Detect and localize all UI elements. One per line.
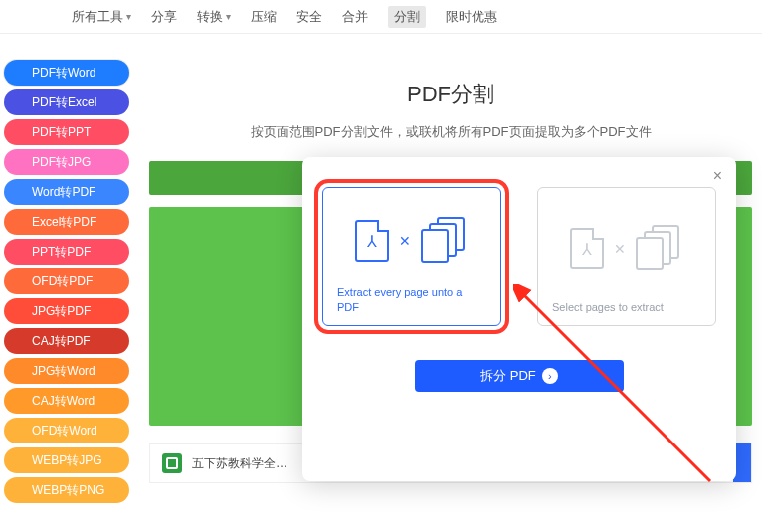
sidebar-item-11[interactable]: CAJ转Word (4, 388, 129, 414)
tool-icon (13, 454, 25, 466)
sidebar-item-label: PDF转Excel (32, 94, 96, 111)
split-pdf-button[interactable]: 拆分 PDF › (415, 360, 624, 392)
sidebar-item-3[interactable]: PDF转JPG (4, 149, 129, 175)
tool-icon (13, 335, 25, 347)
sidebar-item-9[interactable]: CAJ转PDF (4, 328, 129, 354)
x-icon: ✕ (399, 233, 411, 249)
sidebar-item-label: WEBP转PNG (32, 482, 104, 499)
file-icon (162, 453, 182, 473)
tool-icon (13, 395, 25, 407)
sidebar-item-label: PDF转JPG (32, 154, 91, 171)
option-label: Extract every page unto a PDF (337, 285, 486, 315)
file-name: 五下苏教科学全… (192, 455, 287, 472)
sidebar-item-7[interactable]: OFD转PDF (4, 268, 129, 294)
nav-compress[interactable]: 压缩 (251, 8, 277, 26)
tool-icon (13, 305, 25, 317)
tool-icon (13, 484, 25, 496)
split-modal: × ⅄ ✕ Extract every page unto a PDF ⅄ ✕ … (302, 157, 736, 481)
sidebar-item-12[interactable]: OFD转Word (4, 418, 129, 443)
nav-security[interactable]: 安全 (296, 8, 322, 26)
sidebar-item-0[interactable]: PDF转Word (4, 60, 129, 86)
sidebar-item-14[interactable]: WEBP转PNG (4, 477, 129, 503)
sidebar-item-label: CAJ转Word (32, 393, 95, 410)
option-extract-every-page[interactable]: ⅄ ✕ Extract every page unto a PDF (322, 187, 501, 326)
nav-promo[interactable]: 限时优惠 (446, 8, 497, 26)
nav-convert[interactable]: 转换▾ (197, 8, 231, 26)
sidebar-item-label: JPG转PDF (32, 303, 91, 320)
sidebar-item-4[interactable]: Word转PDF (4, 179, 129, 205)
tool-icon (13, 216, 25, 228)
sidebar-item-label: PDF转Word (32, 65, 95, 82)
tool-icon (13, 156, 25, 168)
tool-icon (13, 126, 25, 138)
sidebar-item-5[interactable]: Excel转PDF (4, 209, 129, 235)
sidebar-item-13[interactable]: WEBP转JPG (4, 447, 129, 473)
nav-merge[interactable]: 合并 (342, 8, 368, 26)
sidebar-item-label: PPT转PDF (32, 244, 91, 261)
top-nav: 所有工具▾ 分享 转换▾ 压缩 安全 合并 分割 限时优惠 (0, 0, 762, 34)
nav-all-tools[interactable]: 所有工具▾ (72, 8, 131, 26)
nav-share[interactable]: 分享 (151, 8, 177, 26)
x-icon: ✕ (614, 241, 626, 257)
sidebar-item-label: OFD转Word (32, 423, 97, 440)
sidebar-item-1[interactable]: PDF转Excel (4, 89, 129, 115)
sidebar-item-label: PDF转PPT (32, 124, 91, 141)
sidebar: PDF转WordPDF转ExcelPDF转PPTPDF转JPGWord转PDFE… (4, 60, 129, 507)
tool-icon (13, 96, 25, 108)
chevron-down-icon: ▾ (226, 11, 231, 22)
sidebar-item-label: OFD转PDF (32, 273, 93, 290)
page-subtitle: 按页面范围PDF分割文件，或联机将所有PDF页面提取为多个PDF文件 (149, 123, 752, 141)
nav-split[interactable]: 分割 (388, 6, 426, 28)
tool-icon (13, 246, 25, 258)
sidebar-item-label: WEBP转JPG (32, 452, 102, 469)
sidebar-item-label: Excel转PDF (32, 214, 96, 231)
chevron-down-icon: ▾ (126, 11, 131, 22)
sidebar-item-10[interactable]: JPG转Word (4, 358, 129, 384)
option-label: Select pages to extract (552, 300, 701, 315)
sidebar-item-2[interactable]: PDF转PPT (4, 119, 129, 145)
sidebar-item-label: CAJ转PDF (32, 333, 91, 350)
tool-icon (13, 186, 25, 198)
close-icon[interactable]: × (713, 167, 722, 185)
tool-icon (13, 275, 25, 287)
tool-icon (13, 67, 25, 79)
arrow-right-icon: › (542, 368, 558, 384)
sidebar-item-6[interactable]: PPT转PDF (4, 239, 129, 265)
tool-icon (13, 365, 25, 377)
option-select-pages[interactable]: ⅄ ✕ Select pages to extract (537, 187, 716, 326)
sidebar-item-label: Word转PDF (32, 184, 95, 201)
tool-icon (13, 425, 25, 437)
sidebar-item-8[interactable]: JPG转PDF (4, 298, 129, 324)
sidebar-item-label: JPG转Word (32, 363, 95, 380)
page-title: PDF分割 (149, 80, 752, 109)
